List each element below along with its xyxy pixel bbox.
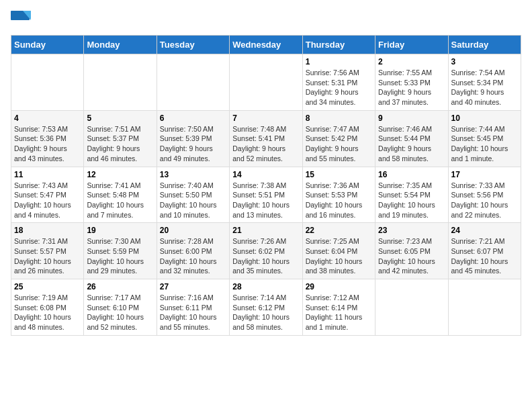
day-number: 17	[451, 170, 518, 179]
week-row-1: 1Sunrise: 7:56 AM Sunset: 5:31 PM Daylig…	[11, 54, 521, 111]
calendar-cell: 25Sunrise: 7:19 AM Sunset: 6:08 PM Dayli…	[11, 279, 84, 336]
calendar-cell: 15Sunrise: 7:36 AM Sunset: 5:53 PM Dayli…	[302, 167, 375, 223]
calendar-cell: 3Sunrise: 7:54 AM Sunset: 5:34 PM Daylig…	[448, 54, 521, 111]
day-info: Sunrise: 7:23 AM Sunset: 6:05 PM Dayligh…	[378, 236, 445, 276]
day-number: 21	[232, 226, 299, 235]
calendar-cell: 1Sunrise: 7:56 AM Sunset: 5:31 PM Daylig…	[302, 54, 375, 111]
day-info: Sunrise: 7:25 AM Sunset: 6:04 PM Dayligh…	[306, 236, 372, 276]
calendar-cell: 12Sunrise: 7:41 AM Sunset: 5:48 PM Dayli…	[84, 167, 157, 223]
calendar-header-row: SundayMondayTuesdayWednesdayThursdayFrid…	[11, 36, 521, 54]
calendar-cell	[448, 279, 521, 336]
day-number: 27	[160, 282, 226, 291]
day-info: Sunrise: 7:16 AM Sunset: 6:11 PM Dayligh…	[160, 293, 226, 332]
day-number: 28	[232, 282, 299, 291]
calendar-cell	[84, 54, 157, 111]
calendar-cell: 6Sunrise: 7:50 AM Sunset: 5:39 PM Daylig…	[157, 110, 229, 167]
day-number: 3	[451, 57, 518, 66]
calendar-cell: 18Sunrise: 7:31 AM Sunset: 5:57 PM Dayli…	[11, 223, 84, 279]
calendar-cell	[230, 54, 302, 111]
week-row-2: 4Sunrise: 7:53 AM Sunset: 5:36 PM Daylig…	[11, 110, 521, 167]
day-number: 15	[306, 170, 372, 179]
calendar-cell: 29Sunrise: 7:12 AM Sunset: 6:14 PM Dayli…	[302, 279, 375, 336]
day-info: Sunrise: 7:40 AM Sunset: 5:50 PM Dayligh…	[160, 181, 226, 220]
day-number: 18	[14, 226, 81, 235]
day-info: Sunrise: 7:41 AM Sunset: 5:48 PM Dayligh…	[87, 181, 153, 220]
day-number: 2	[378, 57, 445, 66]
week-row-5: 25Sunrise: 7:19 AM Sunset: 6:08 PM Dayli…	[11, 279, 521, 336]
day-info: Sunrise: 7:46 AM Sunset: 5:44 PM Dayligh…	[378, 124, 445, 164]
calendar-cell: 28Sunrise: 7:14 AM Sunset: 6:12 PM Dayli…	[230, 279, 302, 336]
day-number: 8	[306, 113, 372, 123]
day-number: 1	[306, 57, 372, 66]
day-number: 16	[378, 170, 445, 179]
day-number: 24	[451, 226, 518, 235]
calendar-cell: 24Sunrise: 7:21 AM Sunset: 6:07 PM Dayli…	[448, 223, 521, 279]
day-info: Sunrise: 7:28 AM Sunset: 6:00 PM Dayligh…	[160, 236, 226, 276]
day-info: Sunrise: 7:35 AM Sunset: 5:54 PM Dayligh…	[378, 181, 445, 220]
calendar-cell	[157, 54, 229, 111]
header-saturday: Saturday	[448, 36, 521, 54]
day-number: 29	[306, 282, 372, 291]
calendar-cell: 27Sunrise: 7:16 AM Sunset: 6:11 PM Dayli…	[157, 279, 229, 336]
day-number: 23	[378, 226, 445, 235]
calendar-cell: 26Sunrise: 7:17 AM Sunset: 6:10 PM Dayli…	[84, 279, 157, 336]
calendar-cell	[11, 54, 84, 111]
logo	[11, 11, 34, 27]
day-info: Sunrise: 7:33 AM Sunset: 5:56 PM Dayligh…	[451, 181, 518, 220]
header-tuesday: Tuesday	[157, 36, 229, 54]
calendar-cell: 11Sunrise: 7:43 AM Sunset: 5:47 PM Dayli…	[11, 167, 84, 223]
day-info: Sunrise: 7:26 AM Sunset: 6:02 PM Dayligh…	[232, 236, 299, 276]
week-row-3: 11Sunrise: 7:43 AM Sunset: 5:47 PM Dayli…	[11, 167, 521, 223]
day-info: Sunrise: 7:12 AM Sunset: 6:14 PM Dayligh…	[306, 293, 372, 332]
day-number: 20	[160, 226, 226, 235]
day-number: 9	[378, 113, 445, 123]
day-info: Sunrise: 7:43 AM Sunset: 5:47 PM Dayligh…	[14, 181, 81, 220]
day-number: 4	[14, 113, 81, 123]
day-number: 12	[87, 170, 153, 179]
day-info: Sunrise: 7:17 AM Sunset: 6:10 PM Dayligh…	[87, 293, 153, 332]
calendar-cell: 20Sunrise: 7:28 AM Sunset: 6:00 PM Dayli…	[157, 223, 229, 279]
page-header	[11, 11, 521, 27]
day-number: 5	[87, 113, 153, 123]
header-monday: Monday	[84, 36, 157, 54]
day-info: Sunrise: 7:55 AM Sunset: 5:33 PM Dayligh…	[378, 68, 445, 107]
calendar-cell: 14Sunrise: 7:38 AM Sunset: 5:51 PM Dayli…	[230, 167, 302, 223]
day-info: Sunrise: 7:54 AM Sunset: 5:34 PM Dayligh…	[451, 68, 518, 107]
header-friday: Friday	[375, 36, 448, 54]
day-info: Sunrise: 7:14 AM Sunset: 6:12 PM Dayligh…	[232, 293, 299, 332]
day-number: 11	[14, 170, 81, 179]
day-info: Sunrise: 7:51 AM Sunset: 5:37 PM Dayligh…	[87, 124, 153, 164]
calendar-cell: 10Sunrise: 7:44 AM Sunset: 5:45 PM Dayli…	[448, 110, 521, 167]
calendar-cell: 22Sunrise: 7:25 AM Sunset: 6:04 PM Dayli…	[302, 223, 375, 279]
header-wednesday: Wednesday	[230, 36, 302, 54]
day-number: 6	[160, 113, 226, 123]
calendar-cell: 8Sunrise: 7:47 AM Sunset: 5:42 PM Daylig…	[302, 110, 375, 167]
day-info: Sunrise: 7:44 AM Sunset: 5:45 PM Dayligh…	[451, 124, 518, 164]
calendar-cell: 9Sunrise: 7:46 AM Sunset: 5:44 PM Daylig…	[375, 110, 448, 167]
day-number: 22	[306, 226, 372, 235]
calendar-cell: 21Sunrise: 7:26 AM Sunset: 6:02 PM Dayli…	[230, 223, 302, 279]
day-info: Sunrise: 7:48 AM Sunset: 5:41 PM Dayligh…	[232, 124, 299, 164]
day-number: 14	[232, 170, 299, 179]
day-info: Sunrise: 7:53 AM Sunset: 5:36 PM Dayligh…	[14, 124, 81, 164]
day-info: Sunrise: 7:19 AM Sunset: 6:08 PM Dayligh…	[14, 293, 81, 332]
calendar-cell	[375, 279, 448, 336]
day-info: Sunrise: 7:30 AM Sunset: 5:59 PM Dayligh…	[87, 236, 153, 276]
calendar-cell: 7Sunrise: 7:48 AM Sunset: 5:41 PM Daylig…	[230, 110, 302, 167]
day-number: 7	[232, 113, 299, 123]
header-sunday: Sunday	[11, 36, 84, 54]
day-number: 26	[87, 282, 153, 291]
calendar-cell: 23Sunrise: 7:23 AM Sunset: 6:05 PM Dayli…	[375, 223, 448, 279]
header-thursday: Thursday	[302, 36, 375, 54]
calendar-cell: 16Sunrise: 7:35 AM Sunset: 5:54 PM Dayli…	[375, 167, 448, 223]
day-number: 10	[451, 113, 518, 123]
calendar-table: SundayMondayTuesdayWednesdayThursdayFrid…	[11, 35, 521, 336]
day-number: 25	[14, 282, 81, 291]
day-info: Sunrise: 7:36 AM Sunset: 5:53 PM Dayligh…	[306, 181, 372, 220]
calendar-cell: 5Sunrise: 7:51 AM Sunset: 5:37 PM Daylig…	[84, 110, 157, 167]
calendar-cell: 13Sunrise: 7:40 AM Sunset: 5:50 PM Dayli…	[157, 167, 229, 223]
calendar-cell: 2Sunrise: 7:55 AM Sunset: 5:33 PM Daylig…	[375, 54, 448, 111]
day-info: Sunrise: 7:56 AM Sunset: 5:31 PM Dayligh…	[306, 68, 372, 107]
calendar-cell: 17Sunrise: 7:33 AM Sunset: 5:56 PM Dayli…	[448, 167, 521, 223]
day-info: Sunrise: 7:21 AM Sunset: 6:07 PM Dayligh…	[451, 236, 518, 276]
